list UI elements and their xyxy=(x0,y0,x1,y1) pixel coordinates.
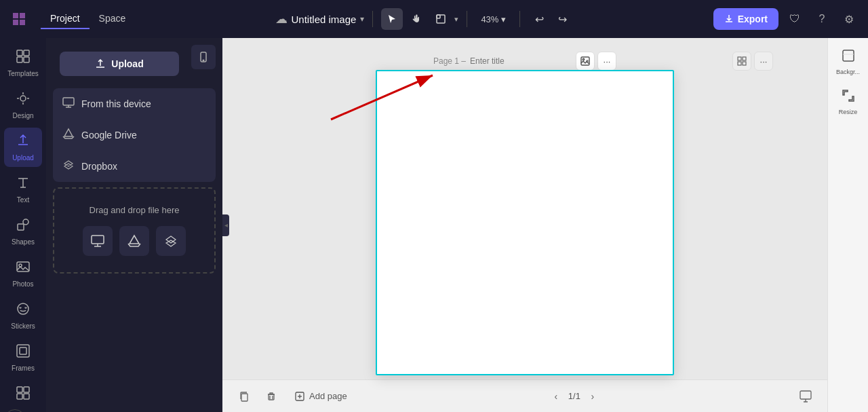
page-toggle-area: ··· xyxy=(732,52,773,71)
svg-point-6 xyxy=(20,96,26,101)
background-icon xyxy=(842,49,855,66)
more-canvas-options[interactable]: ··· xyxy=(754,52,773,71)
export-label: Export xyxy=(738,14,768,24)
svg-rect-1 xyxy=(437,15,445,23)
present-button[interactable] xyxy=(795,386,816,407)
export-button[interactable]: Export xyxy=(713,8,778,30)
upload-icon xyxy=(16,133,31,151)
shapes-label: Shapes xyxy=(12,238,35,246)
more-options-button[interactable]: ··· xyxy=(597,52,616,71)
zoom-control[interactable]: 43% ▾ xyxy=(475,12,511,27)
tab-project[interactable]: Project xyxy=(41,9,90,29)
canvas-area: Page 1 – ··· xyxy=(222,38,827,412)
svg-point-15 xyxy=(18,303,28,314)
svg-rect-25 xyxy=(92,236,104,244)
page-label-bar: Page 1 – ··· xyxy=(433,52,616,71)
sidebar-item-stickers[interactable]: Stickers xyxy=(4,296,42,335)
sidebar-item-photos[interactable]: Photos xyxy=(4,254,42,293)
svg-rect-40 xyxy=(843,50,854,61)
upload-dropdown: From this device Google Drive Dropbox xyxy=(53,88,216,182)
sidebar-item-frames[interactable]: Frames xyxy=(4,338,42,377)
copy-page-button[interactable] xyxy=(233,386,255,407)
topbar-center: ☁ Untitled image ▾ ▾ xyxy=(140,8,707,30)
bottom-right xyxy=(795,386,816,407)
canvas-page xyxy=(376,70,674,375)
page-title-input[interactable] xyxy=(470,56,572,66)
grid-view-button[interactable] xyxy=(732,52,751,71)
drag-drive-button[interactable] xyxy=(119,226,149,256)
drag-drop-icons xyxy=(65,226,203,256)
google-drive-option[interactable]: Google Drive xyxy=(53,119,216,151)
drag-dropbox-button[interactable] xyxy=(156,226,186,256)
settings-button[interactable]: ⚙ xyxy=(838,8,860,30)
templates-label: Templates xyxy=(7,70,39,77)
sidebar-item-more[interactable] xyxy=(4,380,42,409)
svg-rect-16 xyxy=(17,345,29,357)
background-panel-item[interactable]: Backgr... xyxy=(832,43,865,81)
more-icon xyxy=(16,386,31,404)
add-image-button[interactable] xyxy=(576,52,595,71)
svg-rect-35 xyxy=(269,394,274,400)
svg-rect-34 xyxy=(241,394,248,401)
document-title: Untitled image xyxy=(292,14,357,25)
dropbox-option[interactable]: Dropbox xyxy=(53,151,216,182)
divider-3 xyxy=(519,11,520,27)
photos-icon xyxy=(16,259,31,278)
stickers-icon xyxy=(16,301,31,320)
sidebar-item-upload[interactable]: Upload xyxy=(4,128,42,167)
delete-page-button[interactable] xyxy=(260,386,282,407)
topbar-tabs: Project Space xyxy=(41,9,135,29)
total-pages: 1 xyxy=(576,391,580,401)
frame-tool-button[interactable] xyxy=(430,8,452,30)
add-page-button[interactable]: Add page xyxy=(288,387,354,406)
svg-rect-11 xyxy=(18,224,24,230)
drag-drop-label: Drag and drop file here xyxy=(90,205,180,215)
svg-rect-5 xyxy=(24,57,29,62)
next-page-button[interactable]: › xyxy=(585,388,601,405)
dropbox-icon xyxy=(62,159,75,174)
svg-rect-28 xyxy=(738,57,741,60)
mobile-toggle-button[interactable] xyxy=(191,45,216,69)
svg-rect-30 xyxy=(738,62,741,65)
shapes-icon xyxy=(16,217,31,236)
undo-redo-group: ↩ ↪ xyxy=(528,8,573,30)
tab-space[interactable]: Space xyxy=(90,9,136,29)
hand-tool-button[interactable] xyxy=(406,8,427,30)
app-logo[interactable] xyxy=(8,8,30,30)
from-device-option[interactable]: From this device xyxy=(53,88,216,119)
svg-rect-21 xyxy=(24,394,29,399)
templates-icon xyxy=(16,49,31,67)
dropbox-label: Dropbox xyxy=(81,161,117,172)
select-tool-button[interactable] xyxy=(381,8,403,30)
title-chevron-icon[interactable]: ▾ xyxy=(360,14,364,24)
zoom-label: 43% xyxy=(481,14,498,24)
left-panel: Upload From this device xyxy=(46,38,222,412)
resize-icon xyxy=(842,89,855,106)
bottom-bar: Add page ‹ 1/1 › xyxy=(222,379,827,412)
redo-button[interactable]: ↪ xyxy=(551,8,573,30)
page-label: Page 1 – xyxy=(433,56,466,66)
design-label: Design xyxy=(12,112,33,119)
drag-drop-area[interactable]: Drag and drop file here xyxy=(53,187,216,274)
sidebar-collapse-button[interactable]: ⌄ xyxy=(4,409,26,412)
sidebar-item-shapes[interactable]: Shapes xyxy=(4,212,42,251)
drag-computer-button[interactable] xyxy=(83,226,113,256)
add-page-label: Add page xyxy=(309,391,347,401)
panel-handle[interactable]: ◂ xyxy=(222,214,229,236)
upload-button[interactable]: Upload xyxy=(60,52,179,76)
shield-button[interactable]: 🛡 xyxy=(784,8,806,30)
sidebar-item-templates[interactable]: Templates xyxy=(4,43,42,83)
sidebar-item-design[interactable]: Design xyxy=(4,86,42,125)
resize-panel-item[interactable]: Resize xyxy=(832,83,865,121)
upload-label: Upload xyxy=(12,154,34,162)
svg-rect-17 xyxy=(20,348,26,354)
sidebar-item-text[interactable]: Text xyxy=(4,170,42,209)
undo-button[interactable]: ↩ xyxy=(528,8,550,30)
svg-rect-18 xyxy=(17,387,22,392)
frames-label: Frames xyxy=(12,364,35,372)
prev-page-button[interactable]: ‹ xyxy=(548,388,564,405)
help-button[interactable]: ? xyxy=(811,8,833,30)
bottom-left: Add page xyxy=(233,386,354,407)
design-icon xyxy=(16,91,31,109)
divider-2 xyxy=(467,11,467,27)
